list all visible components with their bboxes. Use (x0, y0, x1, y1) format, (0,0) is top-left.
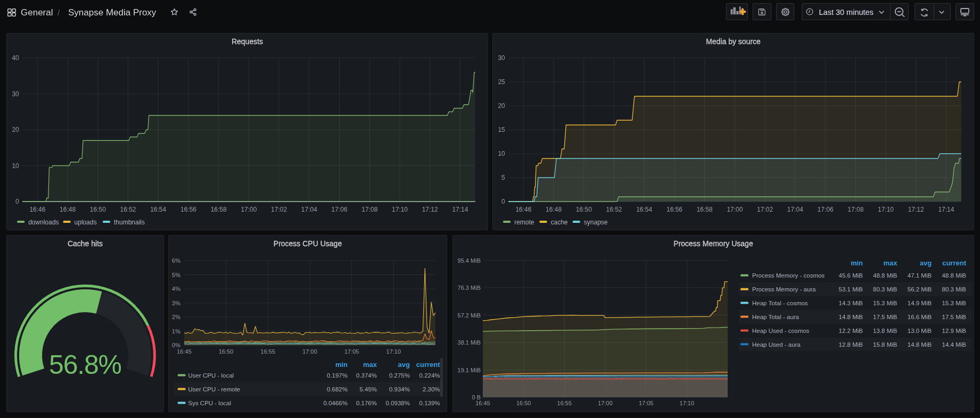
svg-text:synapse: synapse (584, 219, 608, 226)
svg-text:17.5 MiB: 17.5 MiB (942, 314, 967, 320)
svg-text:12.8 MiB: 12.8 MiB (839, 341, 863, 348)
svg-text:0.0466%: 0.0466% (324, 400, 348, 406)
svg-text:16:45: 16:45 (177, 348, 192, 355)
svg-text:17:04: 17:04 (301, 206, 317, 213)
svg-text:0: 0 (15, 198, 19, 205)
svg-text:17:00: 17:00 (241, 206, 257, 213)
svg-text:16:50: 16:50 (516, 400, 531, 406)
svg-text:17:10: 17:10 (392, 206, 408, 213)
svg-text:Heap Total - aura: Heap Total - aura (752, 314, 800, 320)
svg-text:16:45: 16:45 (475, 400, 490, 406)
svg-text:48.8 MiB: 48.8 MiB (942, 272, 967, 279)
svg-text:0.682%: 0.682% (327, 386, 348, 392)
svg-text:16:55: 16:55 (557, 400, 572, 406)
svg-text:avg: avg (920, 259, 932, 267)
svg-text:56.2 MiB: 56.2 MiB (908, 286, 932, 292)
svg-text:Heap Used - cosmos: Heap Used - cosmos (752, 328, 810, 334)
svg-text:cache: cache (551, 219, 568, 226)
svg-text:15.3 MiB: 15.3 MiB (873, 300, 897, 306)
svg-text:Process Memory - aura: Process Memory - aura (752, 286, 816, 292)
svg-text:13.8 MiB: 13.8 MiB (873, 328, 897, 334)
svg-text:10: 10 (12, 162, 19, 170)
svg-text:17:12: 17:12 (422, 206, 438, 213)
svg-text:13.0 MiB: 13.0 MiB (908, 328, 932, 334)
svg-text:15.8 MiB: 15.8 MiB (873, 341, 897, 348)
svg-text:48.8 MiB: 48.8 MiB (873, 272, 897, 279)
svg-text:19.1 MiB: 19.1 MiB (458, 367, 481, 373)
svg-text:max: max (363, 361, 377, 369)
svg-text:17:14: 17:14 (452, 206, 468, 213)
svg-text:16:46: 16:46 (29, 206, 45, 213)
svg-text:17:02: 17:02 (757, 206, 773, 213)
svg-text:16:58: 16:58 (211, 206, 227, 213)
svg-text:14.4 MiB: 14.4 MiB (942, 341, 967, 348)
svg-text:20: 20 (12, 126, 19, 133)
svg-text:17.5 MiB: 17.5 MiB (873, 314, 897, 320)
svg-text:16:50: 16:50 (90, 206, 106, 213)
svg-text:45.6 MiB: 45.6 MiB (839, 272, 863, 279)
svg-text:17:05: 17:05 (639, 400, 654, 406)
svg-text:thumbnails: thumbnails (114, 219, 145, 226)
svg-text:76.3 MiB: 76.3 MiB (458, 285, 481, 291)
svg-text:16:48: 16:48 (546, 206, 562, 213)
svg-text:16:48: 16:48 (60, 206, 76, 213)
svg-text:avg: avg (398, 361, 410, 369)
svg-text:0%: 0% (172, 342, 180, 348)
svg-text:12.2 MiB: 12.2 MiB (839, 328, 863, 334)
svg-text:16:50: 16:50 (576, 206, 592, 213)
svg-text:16:46: 16:46 (515, 206, 531, 213)
svg-text:0.934%: 0.934% (389, 386, 410, 392)
svg-text:Heap Total - cosmos: Heap Total - cosmos (752, 300, 808, 306)
svg-text:80.3 MiB: 80.3 MiB (942, 286, 967, 292)
svg-text:14.8 MiB: 14.8 MiB (908, 341, 932, 348)
svg-text:5.45%: 5.45% (359, 386, 377, 392)
svg-text:min: min (851, 259, 863, 267)
svg-text:Heap Used - aura: Heap Used - aura (752, 341, 801, 348)
svg-text:17:12: 17:12 (908, 206, 924, 213)
svg-text:User CPU - local: User CPU - local (188, 372, 234, 379)
svg-text:17:00: 17:00 (727, 206, 743, 213)
svg-text:16.6 MiB: 16.6 MiB (908, 314, 932, 320)
svg-text:14.8 MiB: 14.8 MiB (839, 314, 863, 320)
svg-text:12.9 MiB: 12.9 MiB (942, 328, 967, 334)
svg-text:14.9 MiB: 14.9 MiB (908, 300, 932, 306)
svg-text:5%: 5% (172, 272, 180, 278)
svg-text:6%: 6% (172, 257, 180, 264)
svg-text:17:08: 17:08 (847, 206, 863, 213)
svg-text:16:54: 16:54 (636, 206, 652, 213)
svg-text:0.224%: 0.224% (419, 372, 440, 379)
svg-text:Process Memory - cosmos: Process Memory - cosmos (752, 272, 825, 279)
svg-text:15: 15 (498, 126, 505, 133)
svg-text:57.2 MiB: 57.2 MiB (458, 312, 481, 319)
svg-text:17:05: 17:05 (344, 348, 359, 355)
svg-text:User CPU - remote: User CPU - remote (188, 386, 241, 392)
svg-text:4%: 4% (172, 286, 180, 292)
svg-text:0.0938%: 0.0938% (386, 400, 410, 406)
svg-text:0.176%: 0.176% (356, 400, 377, 406)
svg-text:53.1 MiB: 53.1 MiB (839, 286, 863, 292)
svg-text:17:14: 17:14 (938, 206, 954, 213)
svg-text:0.197%: 0.197% (327, 372, 348, 379)
svg-text:2.30%: 2.30% (423, 386, 440, 392)
svg-text:0.275%: 0.275% (389, 372, 410, 379)
svg-text:17:06: 17:06 (332, 206, 348, 213)
svg-text:30: 30 (498, 54, 505, 62)
svg-text:0: 0 (501, 198, 505, 205)
svg-text:47.1 MiB: 47.1 MiB (908, 272, 932, 279)
svg-text:17:00: 17:00 (302, 348, 317, 355)
svg-text:current: current (942, 259, 966, 267)
svg-text:95.4 MiB: 95.4 MiB (458, 257, 481, 264)
svg-text:2%: 2% (172, 314, 180, 320)
svg-text:17:00: 17:00 (598, 400, 613, 406)
svg-text:downloads: downloads (28, 219, 59, 226)
svg-text:17:04: 17:04 (787, 206, 803, 213)
svg-text:16:56: 16:56 (666, 206, 682, 213)
svg-text:16:52: 16:52 (606, 206, 622, 213)
svg-text:20: 20 (498, 102, 505, 110)
svg-text:5: 5 (501, 174, 505, 181)
svg-text:min: min (335, 361, 348, 369)
svg-text:1%: 1% (172, 328, 180, 335)
svg-text:16:52: 16:52 (120, 206, 136, 213)
svg-text:25: 25 (498, 78, 505, 86)
svg-text:max: max (883, 259, 897, 267)
